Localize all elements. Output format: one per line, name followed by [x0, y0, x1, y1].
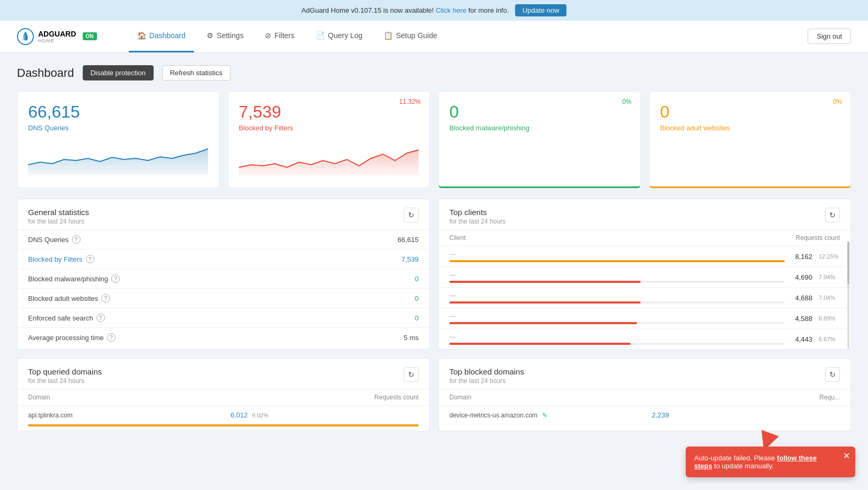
top-queried-subtitle: for the last 24 hours — [28, 377, 102, 385]
help-avgtime[interactable]: ? — [107, 333, 116, 342]
client-bar-wrap-2 — [449, 281, 785, 283]
gen-value-adult: 0 — [415, 295, 419, 302]
client-bar-bg-2 — [449, 281, 785, 283]
client-name-1: — — [449, 251, 785, 258]
gen-label-malware: Blocked malware/phishing ? — [28, 274, 120, 283]
main-content: Dashboard Disable protection Refresh sta… — [0, 52, 868, 444]
update-now-button[interactable]: Update now — [515, 4, 566, 16]
domain-pct-1: 9.02% — [252, 412, 273, 418]
stat-card-dns: 66,615 DNS Queries — [17, 91, 219, 188]
gen-row-adult: Blocked adult websites ? 0 — [17, 288, 429, 308]
scrollbar[interactable] — [847, 242, 849, 349]
banner-link[interactable]: Click here — [436, 6, 466, 14]
help-adult[interactable]: ? — [101, 294, 110, 302]
client-name-3: — — [449, 292, 785, 299]
client-row-2: — 4,690 7.04% — [439, 266, 851, 287]
disable-protection-button[interactable]: Disable protection — [83, 65, 154, 81]
blocked-domain-icon-1: ✎ — [542, 412, 547, 419]
client-bar-wrap-5 — [449, 343, 785, 345]
stats-row: 66,615 DNS Queries 11.32% 7,539 Blocked … — [17, 91, 851, 188]
top-clients-title-block: Top clients for the last 24 hours — [449, 208, 506, 225]
on-badge: ON — [83, 32, 97, 40]
domain-bar-wrap-1: 6,012 9.02% — [227, 411, 419, 419]
blocked-count-1: 2,239 — [648, 411, 669, 419]
stat-malware-number: 0 — [449, 102, 630, 122]
client-count-3: 4,688 — [791, 294, 812, 302]
nav-query-log[interactable]: 📄 Query Log — [307, 21, 371, 52]
client-row-1: — 8,162 12.25% — [439, 246, 851, 266]
top-clients-refresh[interactable]: ↻ — [825, 208, 840, 222]
update-banner: AdGuard Home v0.107.15 is now available!… — [0, 0, 868, 21]
blocked-filters-link[interactable]: Blocked by Filters — [28, 255, 83, 263]
general-stats-table: DNS Queries ? 66,615 Blocked by Filters … — [17, 229, 429, 347]
help-safesearch[interactable]: ? — [96, 314, 105, 322]
page-title-row: Dashboard Disable protection Refresh sta… — [17, 65, 851, 81]
queried-col-requests: Requests count — [224, 394, 419, 401]
col-client: Client — [449, 234, 466, 242]
client-info-4: — — [449, 313, 785, 324]
general-stats-header: General statistics for the last 24 hours… — [17, 199, 429, 229]
queried-col-domain: Domain — [28, 394, 224, 401]
client-pct-1: 12.25% — [819, 253, 840, 260]
client-pct-2: 7.04% — [819, 274, 840, 280]
top-clients-subtitle: for the last 24 hours — [449, 218, 506, 225]
top-queried-header: Top queried domains for the last 24 hour… — [17, 359, 429, 389]
client-name-4: — — [449, 313, 785, 320]
stat-malware-pct: 0% — [622, 98, 631, 105]
nav-settings[interactable]: ⚙ Settings — [198, 21, 252, 52]
stat-card-adult: 0% 0 Blocked adult websites — [649, 91, 852, 188]
gen-label-dns: DNS Queries ? — [28, 235, 81, 244]
nav-dashboard[interactable]: 🏠 Dashboard — [129, 21, 194, 52]
client-bar-5 — [449, 343, 631, 345]
general-stats-subtitle: for the last 24 hours — [28, 218, 89, 225]
general-stats-refresh[interactable]: ↻ — [404, 208, 419, 222]
top-blocked-header: Top blocked domains for the last 24 hour… — [439, 359, 851, 389]
stat-adult-pct: 0% — [833, 98, 842, 105]
client-info-1: — — [449, 251, 785, 262]
logo-icon — [17, 28, 34, 45]
general-stats-title: General statistics — [28, 208, 89, 217]
top-queried-panel: Top queried domains for the last 24 hour… — [17, 358, 430, 431]
nav-filters[interactable]: ⊘ Filters — [256, 21, 303, 52]
blocked-col-domain: Domain — [449, 394, 645, 401]
gen-label-avgtime: Average processing time ? — [28, 333, 116, 342]
queried-bar-row — [17, 424, 429, 431]
client-count-2: 4,690 — [791, 273, 812, 281]
blocked-col-requests: Requ... — [645, 394, 840, 401]
top-blocked-panel: Top blocked domains for the last 24 hour… — [438, 358, 851, 431]
top-blocked-refresh[interactable]: ↻ — [825, 367, 840, 382]
refresh-statistics-button[interactable]: Refresh statistics — [162, 65, 231, 81]
domain-name-1: api.tplinkra.com — [28, 412, 220, 419]
general-stats-title-block: General statistics for the last 24 hours — [28, 208, 89, 225]
help-malware[interactable]: ? — [111, 274, 120, 283]
blocked-bar-wrap-1: 2,239 — [648, 411, 840, 419]
help-dns[interactable]: ? — [72, 235, 81, 244]
nav-setup-guide[interactable]: 📋 Setup Guide — [375, 21, 446, 52]
main-nav: 🏠 Dashboard ⚙ Settings ⊘ Filters 📄 Query… — [129, 21, 808, 52]
gen-label-safesearch: Enforced safe search ? — [28, 314, 105, 322]
sign-out-button[interactable]: Sign out — [808, 29, 851, 44]
client-info-5: — — [449, 333, 785, 345]
client-bar-bg-3 — [449, 301, 785, 304]
stat-blocked-pct: 11.32% — [399, 98, 421, 105]
client-pct-3: 7.04% — [819, 295, 840, 301]
blocked-domain-name-1: device-metrics-us.amazon.com ✎ — [449, 412, 642, 419]
client-bar-2 — [449, 281, 641, 283]
client-name-5: — — [449, 333, 785, 341]
help-blocked[interactable]: ? — [86, 255, 94, 263]
stat-dns-label: DNS Queries — [28, 124, 208, 132]
top-clients-panel: Top clients for the last 24 hours ↻ Clie… — [438, 199, 851, 350]
domain-count-1: 6,012 — [227, 411, 248, 419]
gen-value-dns: 66,615 — [397, 236, 419, 244]
stat-card-malware: 0% 0 Blocked malware/phishing — [438, 91, 641, 188]
gen-label-blocked: Blocked by Filters ? — [28, 255, 94, 263]
general-stats-panel: General statistics for the last 24 hours… — [17, 199, 430, 350]
client-bar-bg-5 — [449, 343, 785, 345]
client-name-2: — — [449, 271, 785, 279]
top-queried-refresh[interactable]: ↻ — [404, 367, 419, 382]
stat-dns-number: 66,615 — [28, 102, 208, 122]
banner-text: AdGuard Home v0.107.15 is now available! — [302, 6, 434, 14]
logo: ADGUARD HOME ON — [17, 28, 97, 45]
client-bar-bg-4 — [449, 322, 785, 324]
top-blocked-title-block: Top blocked domains for the last 24 hour… — [449, 367, 524, 385]
